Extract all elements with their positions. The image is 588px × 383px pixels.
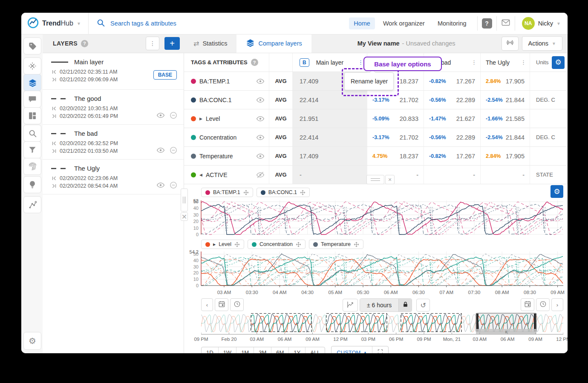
series-color-dot bbox=[205, 190, 210, 195]
legend-chip-ba-temp-1[interactable]: BA:TEMP.1 bbox=[201, 188, 253, 197]
legend-chip-level[interactable]: ▶Level bbox=[201, 240, 244, 249]
ugly-delta-pct: -2.54% bbox=[486, 134, 503, 140]
actions-button[interactable]: Actions▼ bbox=[522, 36, 562, 51]
ribbon-actions: Actions▼ bbox=[502, 36, 568, 51]
pan-right-button[interactable]: › bbox=[551, 298, 563, 311]
table-row[interactable]: ▶LevelAVG21.951-5.09%20.833-1.47%21.627-… bbox=[184, 109, 568, 128]
legend-chip-concentration[interactable]: Concentration bbox=[248, 240, 306, 249]
ugly-layer-cell: 2.84%17.905 bbox=[481, 72, 530, 90]
layers-help-icon[interactable]: ? bbox=[81, 40, 88, 47]
settings-rail-button[interactable]: ⚙ bbox=[23, 332, 41, 350]
ugly-menu-button[interactable]: ⋮ bbox=[517, 59, 530, 66]
tab-statistics[interactable]: ⇄ Statistics bbox=[184, 34, 236, 53]
live-mode-button[interactable] bbox=[502, 37, 519, 51]
table-row[interactable]: TemperatureAVG17.4094.75%18.237-0.82%17.… bbox=[184, 147, 568, 166]
range-preset-1m[interactable]: 1M bbox=[236, 347, 254, 354]
sidebar-tag-button[interactable] bbox=[23, 37, 41, 54]
range-preset-1d[interactable]: 1D bbox=[202, 347, 218, 354]
layers-menu-button[interactable]: ⋮ bbox=[146, 37, 159, 50]
layer-item-the-good[interactable]: The good02/20/2022 10:30:51 AM02/20/2022… bbox=[43, 90, 184, 125]
units-value: STATE bbox=[530, 166, 568, 184]
tag-visibility-button[interactable] bbox=[256, 171, 265, 179]
range-preset-all[interactable]: ALL bbox=[305, 347, 325, 354]
compare-scale-button[interactable] bbox=[343, 299, 358, 312]
sidebar-graph-button[interactable] bbox=[23, 196, 41, 213]
calendar-start-button[interactable] bbox=[215, 298, 228, 311]
fingerprint-icon bbox=[28, 162, 37, 171]
layer-visibility-button[interactable] bbox=[156, 146, 165, 156]
sidebar-comment-button[interactable] bbox=[23, 91, 41, 108]
bad-layer-cell: -0.56%22.289 bbox=[424, 91, 481, 109]
layer-remove-button[interactable] bbox=[169, 181, 178, 191]
duration-label[interactable]: ± 6 hours bbox=[360, 299, 398, 312]
panel-drag-handle[interactable] bbox=[181, 189, 188, 212]
tag-color-dot bbox=[191, 97, 196, 103]
rename-layer-menu-item[interactable]: Rename layer bbox=[351, 78, 388, 85]
table-settings-button[interactable]: ⚙ bbox=[552, 56, 565, 69]
duration-lock-button[interactable] bbox=[398, 299, 412, 312]
layer-item-the-bad[interactable]: The bad02/20/2022 06:32:52 PM02/21/2022 … bbox=[43, 125, 184, 160]
user-menu[interactable]: NA Nicky ▼ bbox=[519, 17, 568, 30]
trend-chart-1[interactable]: 5040302010052 bbox=[187, 199, 565, 238]
tag-visibility-button[interactable] bbox=[256, 96, 265, 104]
range-preset-1w[interactable]: 1W bbox=[218, 347, 236, 354]
selection-right-handle[interactable] bbox=[534, 314, 536, 332]
tag-visibility-button[interactable] bbox=[256, 77, 265, 86]
panel-close-button[interactable]: ✕ bbox=[181, 212, 188, 221]
range-preset-6m[interactable]: 6M bbox=[271, 347, 288, 354]
layer-item-main-layer[interactable]: Main layer02/21/2022 02:35:11 AM02/21/20… bbox=[43, 53, 184, 90]
messages-button[interactable] bbox=[501, 18, 510, 29]
ugly-layer-cell: -2.54%21.844 bbox=[481, 91, 530, 109]
range-preset-3m[interactable]: 3M bbox=[254, 347, 271, 354]
clock-end-button[interactable] bbox=[536, 298, 550, 311]
tag-visibility-button[interactable] bbox=[256, 133, 265, 142]
sidebar-formula-button[interactable] bbox=[23, 57, 41, 74]
range-preset-1y[interactable]: 1Y bbox=[288, 347, 305, 354]
sidebar-fingerprint-button[interactable] bbox=[23, 158, 41, 175]
legend-chip-temperature[interactable]: Temperature bbox=[309, 240, 363, 249]
brand-caret-icon[interactable]: ▼ bbox=[77, 21, 81, 26]
bad-menu-button[interactable]: ⋮ bbox=[468, 59, 480, 66]
expand-right-icon[interactable]: ▶ bbox=[199, 117, 202, 121]
sidebar-filter-button[interactable] bbox=[23, 141, 41, 158]
expand-left-icon[interactable]: ◀ bbox=[199, 173, 202, 177]
pan-left-button[interactable]: ‹ bbox=[201, 298, 213, 311]
tag-visibility-button[interactable] bbox=[256, 152, 265, 160]
layer-item-the-ugly[interactable]: The Ugly02/20/2022 02:23:06 AM02/20/2022… bbox=[43, 160, 184, 194]
calendar-end-button[interactable] bbox=[521, 298, 534, 311]
sidebar-dashboard-button[interactable] bbox=[23, 107, 41, 124]
clock-start-button[interactable] bbox=[230, 298, 244, 311]
nav-item-work-organizer[interactable]: Work organizer bbox=[378, 17, 429, 29]
layer-remove-button[interactable] bbox=[169, 111, 178, 121]
tag-visibility-button[interactable] bbox=[256, 114, 265, 123]
add-layer-button[interactable]: + bbox=[164, 37, 180, 50]
table-row[interactable]: ConcentrationAVG22.414-3.17%21.702-0.56%… bbox=[184, 128, 568, 147]
search-input[interactable] bbox=[110, 20, 256, 27]
tags-help-icon[interactable]: ? bbox=[251, 59, 258, 66]
nav-item-monitoring[interactable]: Monitoring bbox=[433, 17, 471, 29]
sidebar-search-button[interactable] bbox=[23, 125, 41, 142]
help-button[interactable]: ? bbox=[482, 18, 492, 29]
trend-chart-2[interactable]: 5040302010054.2 bbox=[187, 250, 565, 289]
nav-item-home[interactable]: Home bbox=[349, 17, 375, 29]
sidebar-bulb-button[interactable] bbox=[23, 176, 41, 193]
legend-chip-ba-conc-1[interactable]: BA:CONC.1 bbox=[257, 188, 310, 197]
expand-range-button[interactable] bbox=[372, 346, 388, 353]
chart-settings-button[interactable]: ⚙ bbox=[551, 185, 563, 198]
selection-left-handle[interactable] bbox=[476, 314, 478, 332]
aggregation-label: AVG bbox=[269, 72, 293, 90]
splitter-drag-handle[interactable] bbox=[366, 175, 384, 184]
layer-visibility-button[interactable] bbox=[156, 181, 165, 191]
history-button[interactable]: ↺ bbox=[416, 299, 430, 312]
splitter-close-button[interactable]: ✕ bbox=[385, 175, 395, 184]
overview-timeline[interactable]: II bbox=[201, 313, 563, 335]
tab-compare-layers[interactable]: Compare layers bbox=[236, 34, 311, 53]
brand[interactable]: TrendHub ▼ bbox=[21, 13, 89, 34]
layer-end-value: 02/20/2022 08:54:04 AM bbox=[60, 183, 118, 189]
sidebar-layers-button[interactable] bbox=[23, 74, 41, 91]
layer-visibility-button[interactable] bbox=[156, 111, 165, 121]
user-name: Nicky bbox=[538, 20, 553, 27]
custom-range-button[interactable]: CUSTOM▲ bbox=[331, 346, 372, 353]
brand-name: TrendHub bbox=[42, 20, 73, 27]
layer-remove-button[interactable] bbox=[169, 146, 178, 156]
